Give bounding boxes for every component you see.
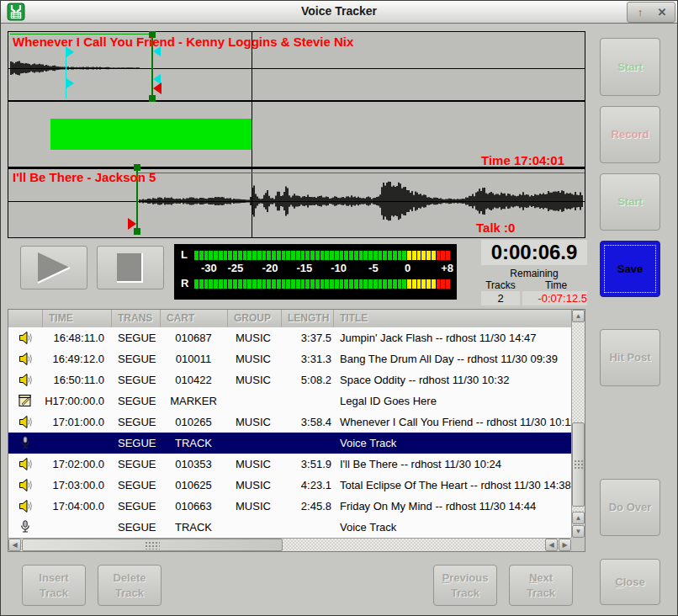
log-cell-title: I'll Be There -- rdhost 11/30 10:24 <box>333 458 571 470</box>
insert-track-label: InsertTrack <box>39 571 68 600</box>
log-cell-time: 16:50:11.0 <box>42 374 111 386</box>
log-cell-trans: SEGUE <box>111 500 160 512</box>
speaker-icon <box>8 414 42 431</box>
scroll-up2-icon[interactable]: ▲ <box>572 512 585 524</box>
log-cell-title: Whenever I Call You Friend -- rdhost 11/… <box>333 416 571 428</box>
delete-track-button[interactable]: DeleteTrack <box>98 565 162 606</box>
log-cell-trans: SEGUE <box>111 332 160 344</box>
close-button[interactable]: Close <box>600 559 660 605</box>
track2-region-bar[interactable] <box>50 119 252 150</box>
log-cell-cart: 010265 <box>160 416 227 428</box>
speaker-icon <box>8 456 42 473</box>
log-cell-cart: 010663 <box>160 500 227 512</box>
log-cell-group: MUSIC <box>227 458 281 470</box>
log-header-group: GROUP <box>227 310 281 327</box>
window-controls: ↑ ✕ <box>627 2 675 23</box>
scroll-up-icon[interactable]: ▲ <box>572 310 585 322</box>
log-cell-cart: 010422 <box>160 374 227 386</box>
next-track-button[interactable]: NextTrack <box>509 565 573 606</box>
window-title: Voice Tracker <box>1 4 677 18</box>
log-cell-group: MUSIC <box>227 500 281 512</box>
shade-button[interactable]: ↑ <box>631 4 649 21</box>
horizontal-scroll-thumb[interactable] <box>22 539 283 551</box>
previous-track-button[interactable]: PreviousTrack <box>433 565 497 606</box>
log-row[interactable]: 17:01:00.0SEGUE010265MUSIC3:58.4Whenever… <box>8 412 571 433</box>
log-row[interactable]: SEGUETRACKVoice Track <box>8 433 571 454</box>
log-cell-cart: TRACK <box>160 437 227 449</box>
close-window-button[interactable]: ✕ <box>653 4 671 21</box>
log-cell-trans: SEGUE <box>111 395 160 407</box>
log-cell-length: 2:45.8 <box>281 500 333 512</box>
log-row[interactable]: H17:00:00.0SEGUEMARKERLegal ID Goes Here <box>8 390 571 412</box>
play-button[interactable] <box>20 246 87 289</box>
titlebar[interactable]: Voice Tracker ↑ ✕ <box>1 1 677 24</box>
log-cell-title: Jumpin' Jack Flash -- rdhost 11/30 14:47 <box>333 332 571 344</box>
log-header-cart: CART <box>160 310 227 327</box>
do-over-button[interactable]: Do Over <box>600 479 660 536</box>
log-row[interactable]: SEGUETRACKVoice Track <box>8 517 571 538</box>
remaining-time-label: Time <box>531 279 581 291</box>
log-row[interactable]: 17:02:00.0SEGUE010353MUSIC3:51.9I'll Be … <box>8 454 571 475</box>
log-cell-group: MUSIC <box>227 374 281 386</box>
start-track1-label: Start <box>617 60 643 75</box>
log-cell-length: 4:23.1 <box>281 479 333 491</box>
marker-icon <box>8 392 42 410</box>
log-cell-group: MUSIC <box>227 353 281 365</box>
log-cell-cart: 010353 <box>160 458 227 470</box>
log-cell-group: MUSIC <box>227 479 281 491</box>
log-row[interactable]: 17:04:00.0SEGUE010663MUSIC2:45.8Friday O… <box>8 496 571 517</box>
log-row[interactable]: 16:48:11.0SEGUE010687MUSIC3:37.5Jumpin' … <box>8 327 571 348</box>
start-track1-button[interactable]: Start <box>600 38 660 96</box>
scroll-left-icon[interactable]: ◀ <box>8 539 21 551</box>
scroll-left2-icon[interactable]: ◀ <box>545 539 558 551</box>
log-cell-group: MUSIC <box>227 332 281 344</box>
track1-cursor-handle-bottom[interactable] <box>149 95 156 102</box>
log-header-trans: TRANS <box>111 310 160 327</box>
do-over-label: Do Over <box>609 500 652 515</box>
scrollbar-corner <box>571 538 585 551</box>
track1-title: Whenever I Call You Friend - Kenny Loggi… <box>13 35 353 49</box>
elapsed-time-display: 0:00:06.9 <box>481 240 587 265</box>
log-cell-cart: 010011 <box>160 353 227 365</box>
vertical-scrollbar[interactable]: ▲ ▲ ▼ <box>571 310 585 538</box>
remaining-tracks-value: 2 <box>481 291 520 305</box>
playhead-marker-bottom-icon[interactable] <box>66 78 74 88</box>
start-track3-button[interactable]: Start <box>600 173 660 231</box>
delete-track-label: DeleteTrack <box>113 571 146 600</box>
waveform-panel[interactable]: Whenever I Call You Friend - Kenny Loggi… <box>8 31 585 238</box>
vertical-scroll-thumb[interactable] <box>572 422 585 507</box>
log-cell-length: 5:08.2 <box>281 374 333 386</box>
speaker-icon <box>8 477 42 494</box>
log-table: TIME TRANS CART GROUP LENGTH TITLE 16:48… <box>8 309 585 552</box>
fade-marker-track1-icon[interactable] <box>153 82 162 94</box>
log-row[interactable]: 16:49:12.0SEGUE010011MUSIC3:31.3Bang The… <box>8 348 571 369</box>
save-button[interactable]: Save <box>600 241 660 297</box>
vu-right-label: R <box>181 279 194 289</box>
log-row[interactable]: 16:50:11.0SEGUE010422MUSIC5:08.2Space Od… <box>8 369 571 390</box>
log-cell-time: 17:01:00.0 <box>42 416 111 428</box>
scroll-right-icon[interactable]: ▶ <box>559 539 571 551</box>
speaker-icon <box>8 372 42 389</box>
log-header-time: TIME <box>42 310 111 327</box>
insert-track-button[interactable]: InsertTrack <box>22 565 86 606</box>
log-header-length: LENGTH <box>281 310 333 327</box>
record-button[interactable]: Record <box>600 106 660 163</box>
log-cell-trans: SEGUE <box>111 479 160 491</box>
previous-track-label: PreviousTrack <box>442 571 489 600</box>
log-cell-time: 17:02:00.0 <box>42 458 111 470</box>
log-row[interactable]: 17:03:00.0SEGUE010625MUSIC4:23.1Total Ec… <box>8 475 571 496</box>
log-rows: 16:48:11.0SEGUE010687MUSIC3:37.5Jumpin' … <box>8 327 571 538</box>
time-overlay: Time 17:04:01 <box>481 153 564 167</box>
scroll-down-icon[interactable]: ▼ <box>572 525 585 538</box>
track1-centerline <box>8 68 585 69</box>
horizontal-scrollbar[interactable]: ◀ ◀ ▶ <box>8 538 571 551</box>
speaker-icon <box>8 351 42 368</box>
fade-marker-track3-icon[interactable] <box>128 218 136 230</box>
vu-left-label: L <box>181 250 194 260</box>
log-header-title: TITLE <box>333 310 571 327</box>
mic-icon <box>8 434 42 452</box>
hit-post-button[interactable]: Hit Post <box>600 329 660 386</box>
stop-button[interactable] <box>97 246 164 289</box>
remaining-time-value: -0:07:12.5 <box>522 291 587 305</box>
log-cell-trans: SEGUE <box>111 374 160 386</box>
